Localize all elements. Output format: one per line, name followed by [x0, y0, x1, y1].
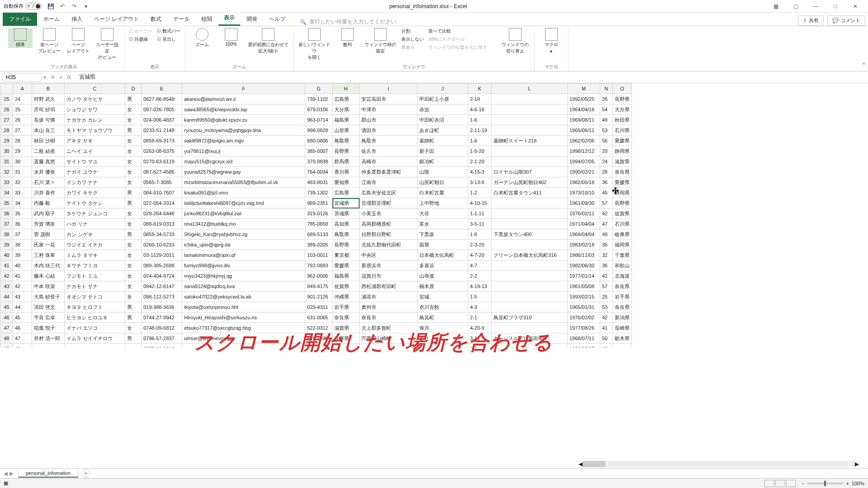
cell[interactable]: miyu3423@hkjrnyj.qg	[182, 271, 305, 281]
cell[interactable]: 女	[125, 208, 142, 219]
row-header[interactable]: 34	[0, 188, 13, 198]
cell[interactable]: 愛知県	[332, 177, 360, 188]
cell[interactable]: ryouzou_motoyama@yqhgpqv.dna	[182, 125, 305, 136]
cell[interactable]: yuuna82575@wgrww.gay	[182, 167, 305, 177]
redo-icon[interactable]: ↷	[71, 3, 78, 10]
qat-dropdown-icon[interactable]: ▾	[82, 3, 90, 10]
cell[interactable]: 男	[125, 125, 142, 136]
cell[interactable]: 北佐久郡御代田町	[360, 240, 417, 250]
cell[interactable]: 奈良県	[332, 313, 360, 323]
comment-button[interactable]: 💬コメント	[827, 15, 865, 26]
unhide-button[interactable]: 再表示	[401, 44, 424, 51]
cell[interactable]: ミムラ タマキ	[65, 250, 125, 261]
cell[interactable]: 41	[13, 271, 32, 281]
cell[interactable]: 長崎県	[613, 323, 632, 333]
cell[interactable]: 岐阜県	[613, 229, 632, 240]
cell[interactable]: 長野県	[332, 240, 360, 250]
cell[interactable]: 長坂 可憐	[32, 115, 65, 125]
cell[interactable]: 32	[13, 177, 32, 188]
cell[interactable]: 女	[125, 281, 142, 292]
cell[interactable]: uimue@tkyzinevox.gjn	[182, 333, 305, 344]
cell[interactable]: kisaku091@jizl.vmo	[182, 188, 305, 198]
row-header[interactable]: 41	[0, 261, 13, 271]
zoom-slider[interactable]: − + 100%	[802, 481, 864, 486]
cell[interactable]: 広島市安佐北区	[360, 188, 417, 198]
cell[interactable]	[492, 156, 568, 167]
row-header[interactable]: 28	[0, 125, 13, 136]
account-icon[interactable]: ▦	[767, 1, 785, 12]
side-by-side-button[interactable]: 並べて比較	[428, 28, 496, 34]
cell[interactable]: 1-2	[468, 188, 492, 198]
cell[interactable]: 1976/02/02	[568, 313, 600, 323]
row-header[interactable]: 30	[0, 146, 13, 156]
cell[interactable]: 1969/04/04	[568, 229, 600, 240]
cell[interactable]: 男	[125, 313, 142, 323]
cell[interactable]: 57	[600, 198, 613, 208]
share-button[interactable]: ⇪共有	[798, 15, 824, 26]
formula-bar[interactable]: 宮城県	[76, 72, 868, 82]
cell[interactable]	[613, 344, 632, 348]
cell[interactable]: 3-11	[468, 333, 492, 344]
cell[interactable]: キャッスル芝辻新田404	[492, 333, 568, 344]
cell[interactable]: 44	[13, 302, 32, 313]
cell[interactable]: 2-2	[468, 271, 492, 281]
cell[interactable]: 792-0893	[305, 261, 332, 271]
view-custom-button[interactable]: ユーザー設定 のビュー	[95, 28, 119, 61]
cell[interactable]: 男	[125, 94, 142, 104]
view-normal-button[interactable]: 標準	[8, 28, 33, 48]
row-header[interactable]: 37	[0, 219, 13, 229]
cell[interactable]: 4-6-16	[468, 104, 492, 115]
cell[interactable]: 佐賀県	[613, 208, 632, 219]
row-header[interactable]: 32	[0, 167, 13, 177]
cell[interactable]: 35	[600, 240, 613, 250]
cell[interactable]: 石川県	[613, 125, 632, 136]
save-icon[interactable]: 💾	[47, 3, 54, 10]
cell[interactable]: 本山 良三	[32, 125, 65, 136]
cell[interactable]: 963-0714	[305, 115, 332, 125]
cell[interactable]: 岩手県	[332, 302, 360, 313]
cell[interactable]: 669-1205	[305, 333, 332, 344]
cell[interactable]: 赤迫	[417, 104, 468, 115]
cell[interactable]: 0277-00-0016	[142, 344, 182, 348]
cell[interactable]	[492, 302, 568, 313]
cell[interactable]: 50	[600, 333, 613, 344]
cell[interactable]: ヒラヨシ ヒロユキ	[65, 313, 125, 323]
cell[interactable]: 1986/11/03	[568, 250, 600, 261]
cell[interactable]: 石川県	[613, 219, 632, 229]
autosave-toggle[interactable]: 自動保存 オフ	[4, 3, 42, 10]
row-header[interactable]: 36	[0, 208, 13, 219]
cell[interactable]: 女	[125, 240, 142, 250]
cell[interactable]: 衣川古館	[417, 302, 468, 313]
cell[interactable]: 1961/05/08	[568, 281, 600, 292]
cell[interactable]: mzsrblmsbscimxnana55093@lfjsxbm.ul.vk	[182, 177, 305, 188]
row-header[interactable]: 33	[0, 177, 13, 188]
cell[interactable]: 広島県	[332, 94, 360, 104]
cell[interactable]: 1977/08/26	[568, 323, 600, 333]
cell[interactable]: 女	[125, 167, 142, 177]
cell[interactable]: mayu515@cgcxyx.xid	[182, 156, 305, 167]
chk-headings[interactable]: 見出し	[157, 36, 180, 43]
cell[interactable]: fumiyo998@jjvnn.div	[182, 261, 305, 271]
row-header[interactable]: 27	[0, 115, 13, 125]
cell[interactable]: 901-2126	[305, 292, 332, 302]
cell[interactable]: 男	[125, 229, 142, 240]
spreadsheet-grid[interactable]: ABCDEFGHIJKLMNO2524狩野 武久カノウ タケヒサ男0827-86…	[0, 83, 868, 347]
cell[interactable]	[332, 344, 360, 348]
cell[interactable]: 福島県	[332, 115, 360, 125]
cell[interactable]: イムラ セイイチロウ	[65, 333, 125, 344]
view-page-break-button[interactable]: 改ページ プレビュー	[37, 28, 62, 54]
col-header[interactable]: M	[568, 84, 600, 94]
cell[interactable]: 三村 珠希	[32, 250, 65, 261]
cell[interactable]: 男	[125, 188, 142, 198]
cell[interactable]: 024-404-9724	[142, 271, 182, 281]
cell[interactable]: 高岡郡檮原町	[360, 219, 417, 229]
cell[interactable]: 中田町赤沼	[417, 115, 468, 125]
cell[interactable]: 奈良県	[613, 281, 632, 292]
cell[interactable]: 4-7-20	[468, 250, 492, 261]
cell[interactable]: カン シゲキ	[65, 229, 125, 240]
cell[interactable]: 46	[13, 323, 32, 333]
cell[interactable]: 1983/02/18	[568, 240, 600, 250]
view-page-layout-icon[interactable]	[775, 480, 785, 487]
cell[interactable]: 1-1-11	[468, 208, 492, 219]
cell[interactable]: 東京都	[332, 250, 360, 261]
